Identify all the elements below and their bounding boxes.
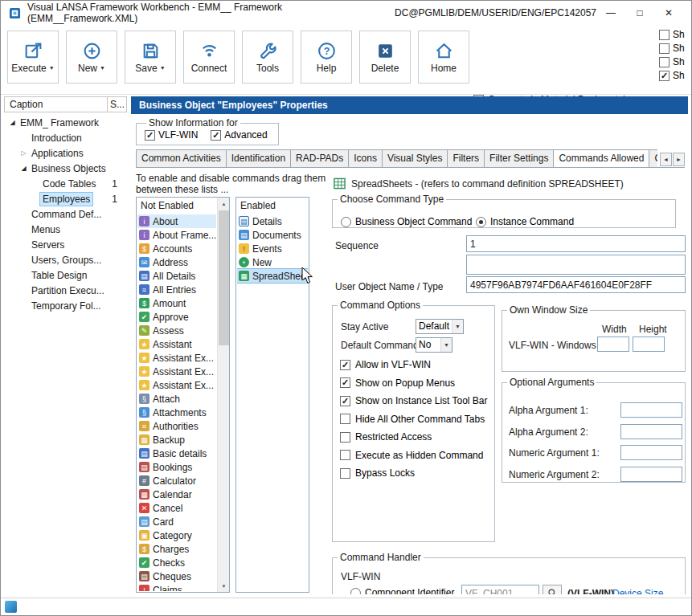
component-identifier-input[interactable] bbox=[461, 585, 539, 594]
tab-rad-pads[interactable]: RAD-PADs bbox=[290, 149, 349, 167]
tab-icons[interactable]: Icons bbox=[348, 149, 383, 167]
search-button[interactable] bbox=[543, 585, 562, 594]
tools-button[interactable]: Tools bbox=[242, 31, 293, 84]
list-item-assistant-ex[interactable]: ★Assistant Ex... bbox=[137, 378, 216, 392]
tab-filter-settings[interactable]: Filter Settings bbox=[484, 149, 554, 167]
list-item-assistant-ex[interactable]: ★Assistant Ex... bbox=[137, 365, 216, 378]
tab-commands-allowed[interactable]: Commands Allowed bbox=[553, 149, 649, 167]
list-item-all-entries[interactable]: ≡All Entries bbox=[137, 283, 216, 296]
tab-scroll-right-icon[interactable]: ► bbox=[673, 153, 685, 166]
new-button[interactable]: New▼ bbox=[66, 31, 117, 84]
tree-item-command-def[interactable]: Command Def... bbox=[4, 206, 127, 222]
chevron-down-icon[interactable]: ▼ bbox=[440, 338, 452, 352]
stay-active-dropdown[interactable]: Default ▼ bbox=[416, 319, 464, 334]
tree-item-menus[interactable]: Menus bbox=[4, 222, 127, 237]
checkbox[interactable] bbox=[340, 450, 350, 460]
radio-business-object-command[interactable]: Business Object Command bbox=[341, 216, 472, 227]
tree-item-business-objects[interactable]: ◢Business Objects bbox=[4, 161, 127, 176]
list-item-amount[interactable]: $Amount bbox=[137, 296, 216, 310]
list-item-checks[interactable]: ✔Checks bbox=[137, 556, 216, 569]
device-size-link[interactable]: Device Size bbox=[612, 588, 663, 594]
list-item-assess[interactable]: ✎Assess bbox=[137, 324, 216, 337]
sequence-aux-input[interactable] bbox=[466, 255, 686, 275]
connect-button[interactable]: Connect bbox=[183, 31, 235, 84]
tree-expanded-icon[interactable]: ◢ bbox=[7, 119, 18, 126]
chevron-down-icon[interactable]: ▼ bbox=[452, 320, 463, 333]
window-height-input[interactable] bbox=[633, 337, 665, 352]
list-item-category[interactable]: ▣Category bbox=[137, 528, 216, 542]
option-checkbox-show-on-instance-list-tool-bar[interactable]: ✓Show on Instance List Tool Bar bbox=[340, 395, 488, 406]
scroll-down-icon[interactable]: ▼ bbox=[218, 580, 230, 592]
delete-button[interactable]: Delete bbox=[359, 31, 411, 84]
tree-collapsed-icon[interactable]: ▷ bbox=[18, 149, 29, 157]
component-identifier-radio-row[interactable]: Component Identifier bbox=[350, 587, 454, 594]
list-item-new[interactable]: +New bbox=[237, 255, 308, 269]
tab-identification[interactable]: Identification bbox=[226, 149, 291, 167]
list-item-events[interactable]: !Events bbox=[237, 242, 308, 255]
list-item-bookings[interactable]: ▤Bookings bbox=[137, 460, 216, 474]
show-info-checkbox-advanced[interactable]: ✓Advanced bbox=[211, 129, 267, 141]
option-checkbox-show-on-popup-menus[interactable]: ✓Show on Popup Menus bbox=[340, 377, 455, 389]
side-checkbox-row-1[interactable]: Sh bbox=[659, 29, 690, 40]
list-item-about-frame[interactable]: iAbout Frame... bbox=[137, 228, 216, 242]
not-enabled-scrollbar[interactable]: ▲ ▼ bbox=[217, 198, 229, 592]
tab-scroll-left-icon[interactable]: ◄ bbox=[660, 153, 672, 166]
list-item-attachments[interactable]: §Attachments bbox=[137, 406, 216, 419]
optional-arg-input-4[interactable] bbox=[620, 467, 682, 482]
tree-item-temporary-fol[interactable]: Temporary Fol... bbox=[4, 298, 127, 313]
radio-button[interactable] bbox=[350, 588, 361, 595]
list-item-authorities[interactable]: ¤Authorities bbox=[137, 419, 216, 433]
list-item-spreadsheets[interactable]: ▦SpreadSheets bbox=[237, 269, 308, 283]
show-info-checkbox-vlf-win[interactable]: ✓VLF-WIN bbox=[145, 129, 198, 141]
list-item-claims[interactable]: !Claims bbox=[137, 583, 216, 591]
sort-column-header[interactable]: S... bbox=[107, 97, 126, 112]
list-item-about[interactable]: iAbout bbox=[137, 214, 216, 228]
tree-item-introduction[interactable]: Introduction bbox=[4, 130, 127, 145]
tree-item-users-groups[interactable]: Users, Groups... bbox=[4, 252, 127, 267]
list-item-approve[interactable]: ✔Approve bbox=[137, 310, 216, 324]
checkbox[interactable]: ✓ bbox=[145, 130, 155, 141]
list-item-basic-details[interactable]: ▤Basic details bbox=[137, 447, 216, 460]
radio-button[interactable] bbox=[476, 217, 486, 227]
radio-instance-command[interactable]: Instance Command bbox=[476, 216, 574, 227]
radio-button[interactable] bbox=[341, 217, 351, 227]
optional-arg-input-2[interactable] bbox=[620, 424, 682, 439]
save-button[interactable]: Save▼ bbox=[125, 31, 176, 84]
list-item-calculator[interactable]: #Calculator bbox=[137, 474, 216, 487]
option-checkbox-execute-as-hidden-command[interactable]: Execute as Hidden Command bbox=[340, 450, 483, 461]
option-checkbox-hide-all-other-command-tabs[interactable]: Hide All Other Command Tabs bbox=[340, 414, 485, 425]
tree-expanded-icon[interactable]: ◢ bbox=[18, 165, 29, 172]
checkbox[interactable]: ✓ bbox=[659, 71, 669, 81]
checkbox[interactable] bbox=[340, 468, 350, 479]
window-width-input[interactable] bbox=[597, 337, 629, 352]
tab-visual-styles[interactable]: Visual Styles bbox=[382, 149, 448, 167]
user-object-input[interactable] bbox=[466, 276, 686, 293]
tab-filters[interactable]: Filters bbox=[447, 149, 485, 167]
tree-item-partition-execu[interactable]: Partition Execu... bbox=[4, 283, 127, 298]
list-item-charges[interactable]: $Charges bbox=[137, 542, 216, 556]
side-checkbox-row-2[interactable]: Sh bbox=[659, 43, 690, 54]
tree-item-emm-framework[interactable]: ◢EMM_ Framework bbox=[4, 115, 127, 130]
option-checkbox-bypass-locks[interactable]: Bypass Locks bbox=[340, 467, 415, 479]
checkbox[interactable] bbox=[659, 57, 669, 67]
tree-item-table-design[interactable]: Table Design bbox=[4, 267, 127, 283]
checkbox[interactable]: ✓ bbox=[340, 396, 350, 406]
list-item-cancel[interactable]: ✕Cancel bbox=[137, 501, 216, 515]
side-checkbox-row-4[interactable]: ✓Sh bbox=[659, 70, 690, 81]
option-checkbox-restricted-access[interactable]: Restricted Access bbox=[340, 431, 432, 443]
tab-common-activities[interactable]: Common Activities bbox=[136, 149, 227, 167]
list-item-all-details[interactable]: ▤All Details bbox=[137, 269, 216, 283]
list-item-address[interactable]: ✉Address bbox=[137, 255, 216, 269]
list-item-details[interactable]: ▤Details bbox=[237, 214, 308, 228]
tree-item-servers[interactable]: Servers bbox=[4, 237, 127, 252]
help-button[interactable]: ?Help bbox=[301, 31, 352, 84]
side-checkbox-row-3[interactable]: Sh bbox=[659, 56, 690, 67]
list-item-assistant[interactable]: ★Assistant bbox=[137, 337, 216, 351]
tree-item-code-tables[interactable]: Code Tables1 bbox=[4, 176, 127, 191]
option-checkbox-allow-in-vlf-win[interactable]: ✓Allow in VLF-WIN bbox=[340, 359, 431, 370]
list-item-card[interactable]: ▤Card bbox=[137, 515, 216, 528]
list-item-attach[interactable]: §Attach bbox=[137, 392, 216, 406]
list-item-backup[interactable]: ▦Backup bbox=[137, 433, 216, 447]
checkbox[interactable]: ✓ bbox=[211, 130, 221, 141]
optional-arg-input-3[interactable] bbox=[620, 445, 682, 460]
